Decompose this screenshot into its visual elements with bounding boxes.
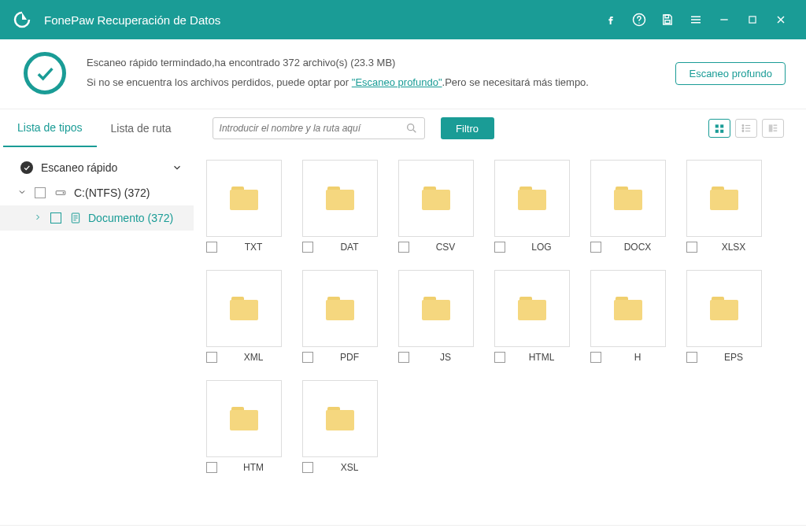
chevron-right-icon bbox=[33, 212, 46, 224]
tab-bar: Lista de tipos Lista de ruta bbox=[3, 109, 186, 147]
checkbox[interactable] bbox=[398, 242, 409, 253]
sidebar-head-quickscan[interactable]: Escaneo rápido bbox=[0, 155, 194, 180]
help-icon[interactable] bbox=[625, 6, 653, 34]
folder-thumbnail[interactable] bbox=[494, 160, 570, 237]
folder-card[interactable]: TXT bbox=[206, 160, 282, 253]
folder-card[interactable]: JS bbox=[398, 270, 474, 363]
folder-label: XSL bbox=[321, 462, 378, 473]
folder-icon bbox=[422, 297, 450, 320]
folder-thumbnail[interactable] bbox=[686, 270, 762, 347]
svg-rect-25 bbox=[774, 130, 778, 131]
checkbox[interactable] bbox=[35, 187, 46, 198]
save-icon[interactable] bbox=[653, 6, 682, 34]
checkbox[interactable] bbox=[398, 352, 409, 363]
checkbox[interactable] bbox=[686, 352, 697, 363]
chevron-down-icon bbox=[17, 187, 30, 199]
checkbox[interactable] bbox=[590, 352, 601, 363]
folder-card[interactable]: EPS bbox=[686, 270, 762, 363]
folder-card[interactable]: HTML bbox=[494, 270, 570, 363]
folder-thumbnail[interactable] bbox=[206, 270, 282, 347]
checkbox[interactable] bbox=[50, 212, 61, 224]
tab-types[interactable]: Lista de tipos bbox=[3, 109, 97, 147]
menu-icon[interactable] bbox=[682, 6, 710, 34]
svg-rect-14 bbox=[715, 130, 719, 133]
folder-icon bbox=[422, 187, 450, 210]
folder-thumbnail[interactable] bbox=[398, 160, 474, 237]
checkbox[interactable] bbox=[302, 462, 313, 473]
app-title: FonePaw Recuperación de Datos bbox=[44, 13, 220, 27]
maximize-icon[interactable] bbox=[738, 6, 767, 34]
sidebar-item-document[interactable]: Documento (372) bbox=[0, 205, 194, 231]
folder-thumbnail[interactable] bbox=[206, 160, 282, 237]
status-line-1: Escaneo rápido termindado,ha encontrado … bbox=[87, 54, 675, 73]
svg-rect-23 bbox=[774, 124, 778, 126]
folder-icon bbox=[710, 297, 738, 320]
facebook-icon[interactable] bbox=[597, 6, 625, 34]
folder-thumbnail[interactable] bbox=[302, 270, 378, 347]
checkbox[interactable] bbox=[686, 242, 697, 253]
folder-icon bbox=[230, 407, 258, 430]
folder-card[interactable]: XLSX bbox=[686, 160, 762, 253]
folder-card[interactable]: DOCX bbox=[590, 160, 666, 253]
checkbox[interactable] bbox=[302, 352, 313, 363]
folder-thumbnail[interactable] bbox=[494, 270, 570, 347]
view-detail-icon[interactable] bbox=[762, 119, 784, 138]
folder-card[interactable]: CSV bbox=[398, 160, 474, 253]
filter-button[interactable]: Filtro bbox=[441, 117, 494, 139]
svg-rect-13 bbox=[720, 124, 723, 127]
file-grid: TXTDATCSVLOGDOCXXLSXXMLPDFJSHTMLHEPSHTMX… bbox=[194, 147, 806, 525]
svg-rect-24 bbox=[774, 127, 778, 129]
folder-thumbnail[interactable] bbox=[590, 270, 666, 347]
deep-scan-link[interactable]: "Escaneo profundo" bbox=[352, 76, 442, 88]
checkbox[interactable] bbox=[206, 352, 217, 363]
folder-card[interactable]: XSL bbox=[302, 380, 378, 473]
sidebar-drive-label: C:(NTFS) (372) bbox=[74, 187, 150, 199]
folder-icon bbox=[614, 297, 642, 320]
folder-icon bbox=[518, 297, 546, 320]
svg-point-10 bbox=[407, 124, 413, 131]
folder-icon bbox=[518, 187, 546, 210]
deep-scan-button[interactable]: Escaneo profundo bbox=[675, 62, 786, 85]
search-field[interactable] bbox=[213, 117, 425, 139]
toolbar: Lista de tipos Lista de ruta Filtro bbox=[0, 109, 806, 147]
folder-icon bbox=[614, 187, 642, 210]
folder-icon bbox=[230, 187, 258, 210]
folder-card[interactable]: PDF bbox=[302, 270, 378, 363]
folder-thumbnail[interactable] bbox=[206, 380, 282, 457]
folder-label: XLSX bbox=[705, 242, 762, 253]
folder-card[interactable]: HTM bbox=[206, 380, 282, 473]
drive-icon bbox=[54, 187, 68, 198]
folder-card[interactable]: DAT bbox=[302, 160, 378, 253]
svg-rect-2 bbox=[665, 20, 670, 24]
view-grid-icon[interactable] bbox=[708, 119, 730, 138]
tab-path[interactable]: Lista de ruta bbox=[97, 109, 186, 147]
folder-thumbnail[interactable] bbox=[686, 160, 762, 237]
checkbox[interactable] bbox=[494, 242, 505, 253]
folder-card[interactable]: LOG bbox=[494, 160, 570, 253]
folder-label: DOCX bbox=[609, 242, 666, 253]
folder-thumbnail[interactable] bbox=[590, 160, 666, 237]
folder-card[interactable]: XML bbox=[206, 270, 282, 363]
minimize-icon[interactable] bbox=[710, 6, 738, 34]
sidebar-document-label: Documento (372) bbox=[88, 212, 173, 224]
sidebar-item-drive[interactable]: C:(NTFS) (372) bbox=[0, 180, 194, 205]
folder-icon bbox=[326, 187, 354, 210]
checkbox[interactable] bbox=[206, 462, 217, 473]
main-body: Escaneo rápido C:(NTFS) (372) Documento … bbox=[0, 147, 806, 525]
svg-rect-7 bbox=[749, 17, 756, 23]
search-input[interactable] bbox=[220, 123, 405, 134]
folder-thumbnail[interactable] bbox=[398, 270, 474, 347]
folder-label: DAT bbox=[321, 242, 378, 253]
view-list-icon[interactable] bbox=[735, 119, 757, 138]
checkbox[interactable] bbox=[206, 242, 217, 253]
check-circle-icon bbox=[20, 161, 33, 174]
folder-card[interactable]: H bbox=[590, 270, 666, 363]
scan-complete-icon bbox=[24, 52, 66, 94]
folder-thumbnail[interactable] bbox=[302, 160, 378, 237]
folder-label: JS bbox=[417, 352, 474, 363]
close-icon[interactable] bbox=[767, 6, 795, 34]
folder-thumbnail[interactable] bbox=[302, 380, 378, 457]
checkbox[interactable] bbox=[590, 242, 601, 253]
checkbox[interactable] bbox=[302, 242, 313, 253]
checkbox[interactable] bbox=[494, 352, 505, 363]
